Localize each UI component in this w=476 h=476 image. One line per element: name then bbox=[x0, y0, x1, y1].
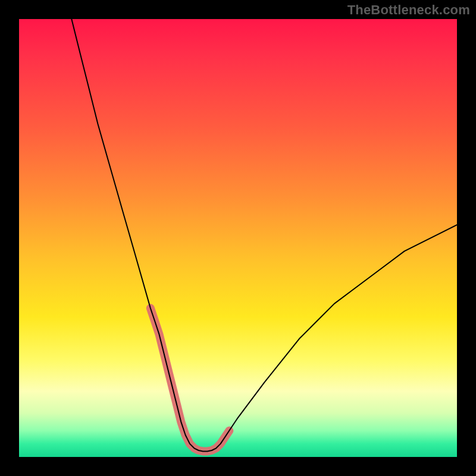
curve-highlight bbox=[151, 308, 229, 452]
chart-svg bbox=[19, 19, 457, 457]
plot-area bbox=[19, 19, 457, 457]
bottleneck-curve bbox=[71, 19, 457, 451]
chart-frame: TheBottleneck.com bbox=[0, 0, 476, 476]
watermark-label: TheBottleneck.com bbox=[347, 2, 470, 18]
